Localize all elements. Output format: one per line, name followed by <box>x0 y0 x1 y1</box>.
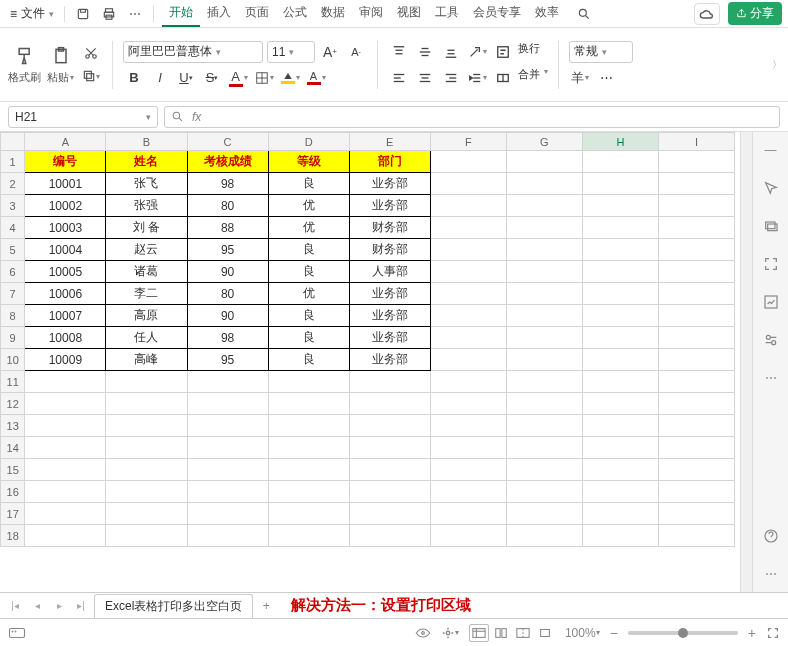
cell[interactable] <box>25 371 106 393</box>
cell[interactable] <box>582 305 658 327</box>
cell[interactable] <box>582 415 658 437</box>
cell[interactable] <box>658 503 734 525</box>
tab-data[interactable]: 数据 <box>314 0 352 27</box>
sheet-nav-prev[interactable]: ◂ <box>28 597 46 615</box>
decrease-font-icon[interactable]: A- <box>345 41 367 63</box>
cell[interactable] <box>430 173 506 195</box>
cell[interactable] <box>25 503 106 525</box>
align-center-icon[interactable] <box>414 67 436 89</box>
column-header[interactable]: A <box>25 133 106 151</box>
cell[interactable] <box>106 481 187 503</box>
wrap-text-button[interactable] <box>492 41 514 63</box>
cell[interactable]: 良 <box>268 261 349 283</box>
cell[interactable] <box>25 481 106 503</box>
cell[interactable]: 95 <box>187 349 268 371</box>
cell[interactable] <box>506 305 582 327</box>
cell[interactable] <box>268 525 349 547</box>
cell[interactable] <box>658 327 734 349</box>
keyboard-icon[interactable] <box>8 627 26 639</box>
cell[interactable] <box>582 437 658 459</box>
cell[interactable] <box>349 459 430 481</box>
fullscreen-icon[interactable] <box>761 254 781 274</box>
cell[interactable]: 优 <box>268 195 349 217</box>
tab-member[interactable]: 会员专享 <box>466 0 528 27</box>
cell[interactable] <box>658 195 734 217</box>
bold-button[interactable]: B <box>123 67 145 89</box>
sheet-nav-last[interactable]: ▸| <box>72 597 90 615</box>
cell[interactable] <box>349 503 430 525</box>
eye-icon[interactable] <box>415 627 431 639</box>
row-header[interactable]: 3 <box>1 195 25 217</box>
cell[interactable]: 优 <box>268 217 349 239</box>
cell[interactable]: 业务部 <box>349 349 430 371</box>
cell[interactable] <box>25 459 106 481</box>
tab-formula[interactable]: 公式 <box>276 0 314 27</box>
row-header[interactable]: 6 <box>1 261 25 283</box>
cell[interactable]: 业务部 <box>349 327 430 349</box>
cell[interactable] <box>106 371 187 393</box>
cell[interactable]: 业务部 <box>349 173 430 195</box>
cell[interactable]: 10009 <box>25 349 106 371</box>
cell[interactable] <box>506 437 582 459</box>
cell[interactable]: 业务部 <box>349 305 430 327</box>
cell[interactable] <box>430 217 506 239</box>
row-header[interactable]: 11 <box>1 371 25 393</box>
cell[interactable] <box>187 503 268 525</box>
cell[interactable] <box>430 371 506 393</box>
zoom-slider[interactable] <box>628 631 738 635</box>
column-header[interactable]: E <box>349 133 430 151</box>
cell[interactable] <box>430 415 506 437</box>
row-header[interactable]: 8 <box>1 305 25 327</box>
underline-button[interactable]: U▾ <box>175 67 197 89</box>
cell[interactable] <box>506 349 582 371</box>
row-header[interactable]: 18 <box>1 525 25 547</box>
row-header[interactable]: 15 <box>1 459 25 481</box>
cut-icon[interactable] <box>80 43 102 63</box>
cell[interactable] <box>25 525 106 547</box>
file-menu[interactable]: ≡ 文件 ▾ <box>6 3 58 24</box>
cell[interactable]: 10008 <box>25 327 106 349</box>
cell[interactable]: 良 <box>268 349 349 371</box>
cell[interactable] <box>106 525 187 547</box>
dots-icon[interactable]: ⋯ <box>761 368 781 388</box>
cell[interactable] <box>187 415 268 437</box>
cell[interactable] <box>430 195 506 217</box>
align-top-icon[interactable] <box>388 41 410 63</box>
cell[interactable] <box>506 327 582 349</box>
zoom-in-button[interactable]: + <box>748 625 756 641</box>
cell[interactable] <box>349 437 430 459</box>
format-painter-button[interactable]: 格式刷 <box>8 44 41 85</box>
cell[interactable] <box>582 173 658 195</box>
cell[interactable]: 等级 <box>268 151 349 173</box>
row-header[interactable]: 7 <box>1 283 25 305</box>
align-left-icon[interactable] <box>388 67 410 89</box>
cell[interactable] <box>582 283 658 305</box>
cell[interactable] <box>268 481 349 503</box>
column-header[interactable]: C <box>187 133 268 151</box>
chart-icon[interactable] <box>761 292 781 312</box>
spreadsheet-grid[interactable]: ABCDEFGHI1编号姓名考核成绩等级部门210001张飞98良业务部3100… <box>0 132 740 592</box>
cell[interactable] <box>268 415 349 437</box>
cell[interactable] <box>658 305 734 327</box>
cloud-icon[interactable] <box>694 3 720 25</box>
row-header[interactable]: 10 <box>1 349 25 371</box>
increase-font-icon[interactable]: A+ <box>319 41 341 63</box>
cell[interactable] <box>187 481 268 503</box>
cell[interactable] <box>506 283 582 305</box>
tab-page[interactable]: 页面 <box>238 0 276 27</box>
cell[interactable] <box>582 349 658 371</box>
select-icon[interactable] <box>761 178 781 198</box>
collapse-ribbon-icon[interactable]: 〉 <box>772 58 782 72</box>
cell[interactable] <box>506 459 582 481</box>
cell[interactable] <box>506 261 582 283</box>
cell[interactable]: 张飞 <box>106 173 187 195</box>
cell[interactable] <box>582 393 658 415</box>
row-header[interactable]: 1 <box>1 151 25 173</box>
search-icon[interactable] <box>572 3 596 25</box>
cell[interactable] <box>25 437 106 459</box>
tab-start[interactable]: 开始 <box>162 0 200 27</box>
sheet-tab[interactable]: Excel表格打印多出空白页 <box>94 594 253 618</box>
cell[interactable] <box>187 525 268 547</box>
cell[interactable] <box>658 217 734 239</box>
cell[interactable] <box>349 525 430 547</box>
